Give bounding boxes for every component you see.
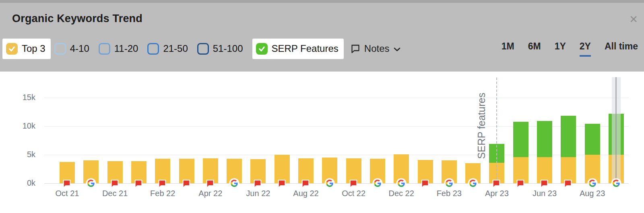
checkbox-21-50[interactable]: 21-50: [147, 43, 188, 55]
note-marker[interactable]: [301, 178, 311, 190]
google-update-marker[interactable]: [444, 178, 454, 189]
bar-nov-21[interactable]: [83, 72, 99, 183]
checkbox-top-3[interactable]: Top 3: [2, 39, 51, 59]
note-flag-icon: [134, 178, 143, 189]
organic-keywords-trend-widget: Organic Keywords Trend ✕ Top 34-1011-202…: [0, 0, 644, 213]
check-icon: [8, 45, 16, 53]
checkbox-label: 21-50: [163, 43, 188, 54]
checkbox-51-100[interactable]: 51-100: [197, 43, 243, 55]
note-marker[interactable]: [539, 178, 550, 190]
bar-jan-23[interactable]: [418, 72, 433, 183]
note-marker[interactable]: [182, 178, 192, 190]
note-marker[interactable]: [110, 178, 120, 190]
bar-feb-23[interactable]: [442, 72, 457, 183]
close-icon[interactable]: ✕: [629, 14, 638, 25]
google-g-icon: [444, 178, 454, 188]
notes-bubble-icon: [351, 44, 360, 53]
checkbox-box[interactable]: [147, 43, 159, 55]
bar-aug-23[interactable]: [585, 72, 600, 183]
bar-jul-23[interactable]: [561, 72, 576, 183]
checkbox-label: SERP Features: [272, 43, 339, 54]
bar-oct-22[interactable]: [346, 72, 361, 183]
y-axis-label: 5k: [10, 150, 35, 159]
bar-may-22[interactable]: [227, 72, 242, 183]
checkbox-box[interactable]: [6, 43, 18, 55]
bar-oct-21[interactable]: [60, 72, 75, 183]
x-axis-label: Jun 22: [234, 189, 282, 198]
x-axis-label: Oct 21: [43, 189, 91, 198]
note-flag-icon: [301, 178, 310, 189]
note-marker[interactable]: [277, 178, 287, 190]
bar-dec-22[interactable]: [394, 72, 409, 183]
x-axis-label: Feb 23: [425, 189, 473, 198]
bar-feb-22[interactable]: [155, 72, 170, 183]
note-marker[interactable]: [205, 178, 216, 190]
note-marker[interactable]: [491, 178, 502, 190]
bar-aug-22[interactable]: [298, 72, 314, 183]
bar-segment-serp-features: [585, 124, 600, 155]
checkbox-box[interactable]: [54, 43, 66, 55]
note-marker[interactable]: [516, 178, 526, 190]
chevron-down-icon: [394, 47, 400, 52]
checkbox-box[interactable]: [197, 43, 209, 55]
note-marker[interactable]: [157, 178, 168, 190]
bar-jan-22[interactable]: [131, 72, 147, 183]
checkbox-label: 11-20: [114, 43, 138, 54]
bar-sep-22[interactable]: [322, 72, 337, 183]
bar-dec-21[interactable]: [107, 72, 123, 183]
note-marker[interactable]: [253, 178, 263, 190]
range-all-time[interactable]: All time: [605, 41, 638, 57]
note-marker[interactable]: [349, 178, 359, 190]
widget-header: Organic Keywords Trend ✕ Top 34-1011-202…: [0, 0, 644, 72]
google-update-marker[interactable]: [372, 178, 383, 189]
checkbox-serp-features[interactable]: SERP Features: [252, 39, 344, 59]
google-update-marker[interactable]: [396, 178, 407, 189]
note-marker[interactable]: [62, 178, 72, 190]
range-2y[interactable]: 2Y: [580, 41, 591, 57]
bar-jun-23[interactable]: [537, 72, 552, 183]
filter-toolbar: Top 34-1011-2021-5051-100SERP Features N…: [2, 38, 638, 59]
google-g-icon: [324, 178, 335, 188]
y-axis-label: 10k: [10, 121, 35, 131]
google-update-marker[interactable]: [86, 178, 96, 189]
x-axis-label: Apr 22: [186, 189, 235, 198]
x-axis-label: Dec 21: [91, 189, 139, 198]
google-g-icon: [396, 178, 407, 188]
bar-apr-22[interactable]: [203, 72, 218, 183]
google-update-marker[interactable]: [611, 178, 621, 189]
bar-nov-22[interactable]: [370, 72, 385, 183]
bar-jun-22[interactable]: [250, 72, 266, 183]
note-flag-icon: [516, 178, 525, 189]
google-update-marker[interactable]: [229, 178, 239, 189]
bar-mar-23[interactable]: [465, 72, 481, 183]
note-flag-icon: [420, 178, 430, 189]
check-icon: [258, 45, 266, 53]
checkbox-11-20[interactable]: 11-20: [99, 43, 138, 55]
range-1m[interactable]: 1M: [502, 41, 514, 57]
checkbox-box[interactable]: [256, 43, 268, 55]
google-update-marker[interactable]: [324, 178, 335, 189]
bar-mar-22[interactable]: [179, 72, 194, 183]
note-marker[interactable]: [420, 178, 431, 190]
x-axis-label: Aug 23: [568, 189, 617, 198]
checkbox-box[interactable]: [99, 43, 110, 55]
bar-jul-22[interactable]: [275, 72, 290, 183]
bar-segment-serp-features: [513, 122, 528, 157]
checkbox-4-10[interactable]: 4-10: [54, 43, 89, 55]
google-g-icon: [611, 178, 621, 188]
note-marker[interactable]: [563, 178, 574, 190]
google-update-marker[interactable]: [468, 178, 478, 189]
chart-area: 0k5k10k15kSERP featuresOct 21Dec 21Feb 2…: [0, 72, 644, 213]
bar-may-23[interactable]: [513, 72, 528, 183]
note-flag-icon: [182, 178, 191, 189]
notes-dropdown[interactable]: Notes: [351, 43, 400, 54]
y-axis-label: 0k: [10, 178, 35, 188]
note-marker[interactable]: [134, 178, 144, 190]
google-update-marker[interactable]: [587, 178, 598, 189]
note-flag-icon: [110, 178, 120, 189]
range-1y[interactable]: 1Y: [555, 41, 566, 57]
google-g-icon: [229, 178, 239, 188]
range-6m[interactable]: 6M: [528, 41, 541, 57]
google-g-icon: [86, 178, 96, 188]
checkbox-label: 51-100: [213, 43, 243, 54]
